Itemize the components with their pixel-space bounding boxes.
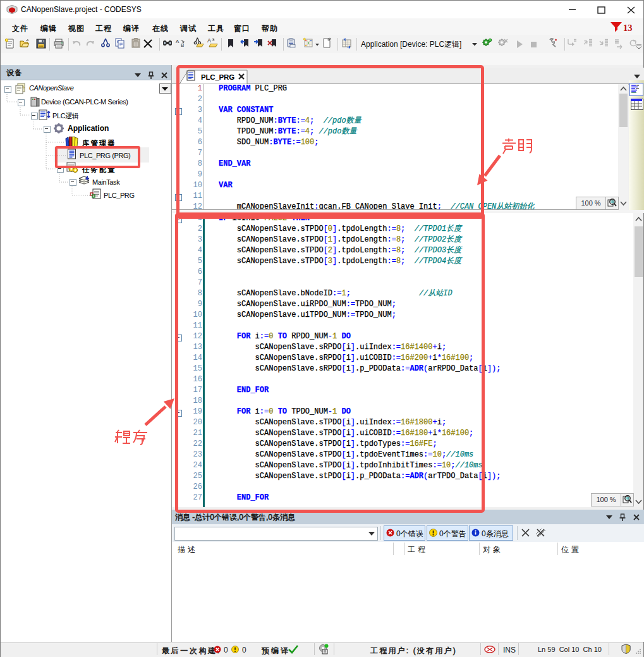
svg-text:A: A <box>176 39 179 44</box>
svg-text:B: B <box>181 42 184 48</box>
svg-text:Application [Device: PLC逻辑]: Application [Device: PLC逻辑] <box>361 40 461 49</box>
svg-text:13: 13 <box>623 23 633 33</box>
svg-text:A: A <box>207 37 211 44</box>
